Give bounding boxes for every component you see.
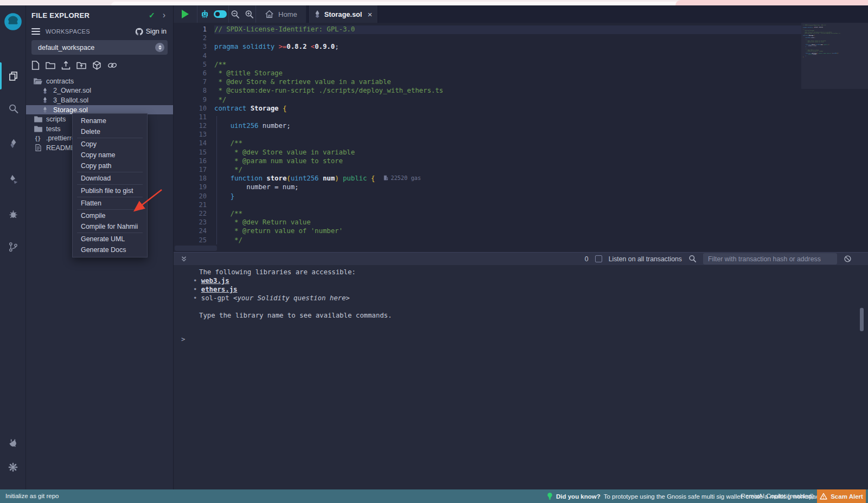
- code-line[interactable]: function store(uint256 num) public {2252…: [214, 175, 801, 183]
- sidebar-item-settings[interactable]: [0, 455, 26, 479]
- minimap-slider[interactable]: [801, 23, 868, 89]
- copilot-toggle[interactable]: [214, 10, 227, 18]
- home-icon: [265, 10, 274, 18]
- line-number: 17: [174, 166, 214, 175]
- lightbulb-icon: [547, 492, 553, 500]
- sidebar-item-file-explorer[interactable]: [0, 64, 26, 88]
- code-line[interactable]: [214, 34, 801, 43]
- expand-terminal-icon[interactable]: [180, 255, 188, 263]
- cube-icon[interactable]: [92, 61, 101, 70]
- line-number: 9: [174, 96, 214, 105]
- close-tab-icon[interactable]: ×: [367, 10, 372, 19]
- code-line[interactable]: pragma solidity >=0.8.2 <0.9.0;: [214, 43, 801, 51]
- code-line[interactable]: [214, 201, 801, 210]
- copilot-status[interactable]: RemixAI Copilot (enabled): [741, 489, 814, 503]
- context-menu-item[interactable]: Compile for Nahmii: [73, 221, 147, 232]
- upload-file-icon[interactable]: [61, 61, 71, 70]
- tab-home[interactable]: Home: [256, 5, 306, 23]
- context-menu-item[interactable]: Delete: [73, 126, 147, 137]
- context-menu-item[interactable]: Download: [73, 173, 147, 184]
- new-folder-icon[interactable]: [46, 61, 55, 69]
- code-line[interactable]: /**: [214, 61, 801, 69]
- tab-storage-sol[interactable]: Storage.sol ×: [308, 5, 378, 23]
- code-line[interactable]: /**: [214, 139, 801, 148]
- code-line[interactable]: */: [214, 96, 801, 105]
- scam-alert-label: Scam Alert: [831, 493, 863, 500]
- editor-toolbar: Home Storage.sol ×: [174, 5, 868, 23]
- terminal-scrollbar-thumb[interactable]: [860, 308, 864, 331]
- code-line[interactable]: * @dev Store & retrieve value in a varia…: [214, 78, 801, 87]
- code-line[interactable]: [214, 52, 801, 61]
- remix-logo-icon: [3, 11, 23, 32]
- git-init-button[interactable]: Initialize as git repo: [5, 489, 59, 503]
- remix-logo[interactable]: [0, 8, 26, 36]
- transaction-filter-input[interactable]: [703, 253, 837, 265]
- terminal-library-link[interactable]: ethers.js: [201, 286, 238, 293]
- line-number: 12: [174, 122, 214, 131]
- scam-alert-button[interactable]: Scam Alert: [817, 489, 866, 503]
- sidebar-item-deploy-run[interactable]: [0, 167, 26, 191]
- code-line[interactable]: * @param num value to store: [214, 157, 801, 166]
- context-menu-item[interactable]: Copy: [73, 139, 147, 150]
- zoom-out-icon[interactable]: [231, 10, 240, 19]
- context-menu-item[interactable]: Rename: [73, 115, 147, 126]
- listen-all-checkbox[interactable]: [595, 255, 602, 262]
- context-menu-item[interactable]: Copy name: [73, 150, 147, 160]
- code-line[interactable]: // SPDX-License-Identifier: GPL-3.0: [214, 25, 801, 34]
- sidebar-item-debugger[interactable]: [0, 202, 26, 226]
- new-file-icon[interactable]: [31, 61, 40, 70]
- tree-item[interactable]: 3_Ballot.sol: [26, 95, 173, 105]
- run-script-button[interactable]: [174, 5, 197, 23]
- sidebar-item-solidity-compiler[interactable]: [0, 132, 26, 156]
- context-menu-item[interactable]: Generate UML: [73, 234, 147, 244]
- code-line[interactable]: [214, 113, 801, 122]
- context-menu-item[interactable]: Copy path: [73, 160, 147, 171]
- upload-folder-icon[interactable]: [76, 61, 86, 69]
- sidebar-item-search[interactable]: [0, 96, 26, 120]
- editor-gutter: 1234567891011121314151617181920212223242…: [174, 25, 214, 244]
- tree-item-label: contracts: [46, 78, 74, 85]
- code-line[interactable]: */: [214, 166, 801, 175]
- line-number: 2: [174, 34, 214, 43]
- code-line[interactable]: number = num;: [214, 183, 801, 192]
- workspaces-menu-icon[interactable]: [31, 27, 40, 36]
- context-menu-item[interactable]: Generate Docs: [73, 244, 147, 255]
- horizontal-scrollbar-thumb[interactable]: [175, 246, 217, 251]
- panel-header: FILE EXPLORER ✓ ›: [26, 10, 173, 21]
- file-context-menu: RenameDeleteCopyCopy nameCopy pathDownlo…: [72, 113, 148, 257]
- code-line[interactable]: }: [214, 192, 801, 201]
- chevron-right-icon[interactable]: ›: [163, 11, 165, 19]
- code-line[interactable]: * @dev Store value in variable: [214, 149, 801, 157]
- solidity-icon: [41, 106, 49, 113]
- tree-item[interactable]: contracts: [26, 76, 173, 86]
- link-icon[interactable]: [107, 61, 117, 69]
- code-line[interactable]: */: [214, 236, 801, 245]
- clear-terminal-icon[interactable]: [844, 255, 852, 263]
- menu-divider: [77, 233, 143, 233]
- file-icon: [34, 144, 42, 151]
- code-line[interactable]: contract Storage {: [214, 105, 801, 113]
- tree-item[interactable]: 2_Owner.sol: [26, 86, 173, 96]
- sign-in-button[interactable]: Sign in: [135, 28, 167, 36]
- code-line[interactable]: * @dev Return value: [214, 218, 801, 227]
- sign-in-label: Sign in: [146, 28, 167, 35]
- editor-code-area[interactable]: // SPDX-License-Identifier: GPL-3.0pragm…: [214, 25, 801, 244]
- robot-icon[interactable]: [200, 9, 210, 20]
- code-line[interactable]: uint256 number;: [214, 122, 801, 131]
- panel-title: FILE EXPLORER: [31, 11, 149, 20]
- code-line[interactable]: * @title Storage: [214, 69, 801, 78]
- terminal-library-link[interactable]: web3.js: [201, 277, 229, 285]
- code-line[interactable]: [214, 131, 801, 139]
- workspace-select[interactable]: default_workspace: [31, 40, 168, 55]
- line-number: 22: [174, 210, 214, 218]
- sidebar-item-plugin-manager[interactable]: [0, 431, 26, 455]
- sidebar-item-git[interactable]: [0, 235, 26, 259]
- solidity-file-icon: [314, 10, 321, 18]
- code-line[interactable]: * @return value of 'number': [214, 227, 801, 236]
- code-line[interactable]: /**: [214, 210, 801, 218]
- terminal-search-icon[interactable]: [688, 255, 697, 263]
- zoom-in-icon[interactable]: [245, 10, 254, 19]
- code-line[interactable]: * @custom:dev-run-script ./scripts/deplo…: [214, 87, 801, 95]
- workspace-select-value: default_workspace: [38, 44, 155, 51]
- terminal-prompt[interactable]: >: [181, 336, 185, 343]
